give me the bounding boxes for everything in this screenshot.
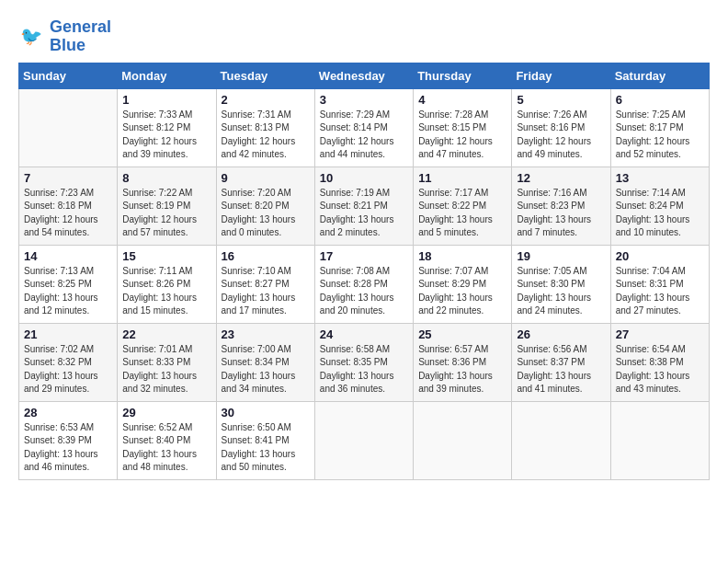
day-info: Sunrise: 7:00 AM Sunset: 8:34 PM Dayligh… bbox=[222, 343, 310, 396]
day-number: 8 bbox=[122, 171, 210, 185]
week-row-4: 21Sunrise: 7:02 AM Sunset: 8:32 PM Dayli… bbox=[19, 323, 710, 401]
calendar-cell: 21Sunrise: 7:02 AM Sunset: 8:32 PM Dayli… bbox=[19, 323, 118, 401]
calendar-cell: 30Sunrise: 6:50 AM Sunset: 8:41 PM Dayli… bbox=[216, 401, 314, 479]
calendar-cell: 6Sunrise: 7:25 AM Sunset: 8:17 PM Daylig… bbox=[610, 88, 709, 167]
col-header-wednesday: Wednesday bbox=[314, 63, 413, 88]
calendar-cell: 7Sunrise: 7:23 AM Sunset: 8:18 PM Daylig… bbox=[19, 167, 118, 245]
day-number: 4 bbox=[418, 93, 506, 107]
day-info: Sunrise: 7:19 AM Sunset: 8:21 PM Dayligh… bbox=[320, 187, 408, 240]
calendar-cell: 16Sunrise: 7:10 AM Sunset: 8:27 PM Dayli… bbox=[216, 245, 314, 323]
day-number: 7 bbox=[24, 171, 112, 185]
col-header-tuesday: Tuesday bbox=[216, 63, 314, 88]
day-info: Sunrise: 7:11 AM Sunset: 8:26 PM Dayligh… bbox=[122, 265, 210, 318]
col-header-sunday: Sunday bbox=[19, 63, 118, 88]
calendar-cell bbox=[512, 401, 610, 479]
week-row-5: 28Sunrise: 6:53 AM Sunset: 8:39 PM Dayli… bbox=[19, 401, 710, 479]
day-info: Sunrise: 7:07 AM Sunset: 8:29 PM Dayligh… bbox=[418, 265, 506, 318]
calendar-cell: 18Sunrise: 7:07 AM Sunset: 8:29 PM Dayli… bbox=[414, 245, 512, 323]
calendar-cell bbox=[414, 401, 512, 479]
day-number: 22 bbox=[122, 327, 210, 341]
day-number: 27 bbox=[616, 327, 704, 341]
day-info: Sunrise: 7:20 AM Sunset: 8:20 PM Dayligh… bbox=[222, 187, 310, 240]
calendar-table: SundayMondayTuesdayWednesdayThursdayFrid… bbox=[18, 63, 710, 480]
day-number: 28 bbox=[24, 406, 112, 419]
calendar-cell: 19Sunrise: 7:05 AM Sunset: 8:30 PM Dayli… bbox=[512, 245, 610, 323]
day-info: Sunrise: 7:04 AM Sunset: 8:31 PM Dayligh… bbox=[616, 265, 704, 318]
day-info: Sunrise: 7:33 AM Sunset: 8:12 PM Dayligh… bbox=[122, 109, 210, 162]
week-row-3: 14Sunrise: 7:13 AM Sunset: 8:25 PM Dayli… bbox=[19, 245, 710, 323]
day-info: Sunrise: 7:08 AM Sunset: 8:28 PM Dayligh… bbox=[320, 265, 408, 318]
col-header-thursday: Thursday bbox=[414, 63, 512, 88]
col-header-friday: Friday bbox=[512, 63, 610, 88]
day-info: Sunrise: 6:58 AM Sunset: 8:35 PM Dayligh… bbox=[320, 343, 408, 396]
logo-text: General Blue bbox=[50, 18, 111, 55]
week-row-2: 7Sunrise: 7:23 AM Sunset: 8:18 PM Daylig… bbox=[19, 167, 710, 245]
day-number: 23 bbox=[222, 327, 310, 341]
day-info: Sunrise: 6:57 AM Sunset: 8:36 PM Dayligh… bbox=[418, 343, 506, 396]
day-info: Sunrise: 6:56 AM Sunset: 8:37 PM Dayligh… bbox=[517, 343, 605, 396]
calendar-cell: 14Sunrise: 7:13 AM Sunset: 8:25 PM Dayli… bbox=[19, 245, 118, 323]
day-info: Sunrise: 7:14 AM Sunset: 8:24 PM Dayligh… bbox=[616, 187, 704, 240]
calendar-cell: 8Sunrise: 7:22 AM Sunset: 8:19 PM Daylig… bbox=[118, 167, 216, 245]
day-number: 20 bbox=[616, 249, 704, 263]
calendar-cell: 11Sunrise: 7:17 AM Sunset: 8:22 PM Dayli… bbox=[414, 167, 512, 245]
logo: 🐦 General Blue bbox=[18, 18, 111, 55]
day-number: 30 bbox=[222, 406, 310, 419]
svg-text:🐦: 🐦 bbox=[20, 25, 43, 47]
calendar-cell: 12Sunrise: 7:16 AM Sunset: 8:23 PM Dayli… bbox=[512, 167, 610, 245]
day-info: Sunrise: 7:31 AM Sunset: 8:13 PM Dayligh… bbox=[222, 109, 310, 162]
day-number: 18 bbox=[418, 249, 506, 263]
day-info: Sunrise: 7:28 AM Sunset: 8:15 PM Dayligh… bbox=[418, 109, 506, 162]
calendar-cell: 24Sunrise: 6:58 AM Sunset: 8:35 PM Dayli… bbox=[314, 323, 413, 401]
calendar-cell bbox=[314, 401, 413, 479]
day-info: Sunrise: 6:50 AM Sunset: 8:41 PM Dayligh… bbox=[222, 421, 310, 475]
calendar-cell: 5Sunrise: 7:26 AM Sunset: 8:16 PM Daylig… bbox=[512, 88, 610, 167]
calendar-cell: 20Sunrise: 7:04 AM Sunset: 8:31 PM Dayli… bbox=[610, 245, 709, 323]
calendar-cell: 2Sunrise: 7:31 AM Sunset: 8:13 PM Daylig… bbox=[216, 88, 314, 167]
week-row-1: 1Sunrise: 7:33 AM Sunset: 8:12 PM Daylig… bbox=[19, 88, 710, 167]
page-header: 🐦 General Blue bbox=[18, 18, 710, 55]
day-number: 5 bbox=[517, 93, 605, 107]
calendar-cell: 15Sunrise: 7:11 AM Sunset: 8:26 PM Dayli… bbox=[118, 245, 216, 323]
day-info: Sunrise: 7:10 AM Sunset: 8:27 PM Dayligh… bbox=[222, 265, 310, 318]
day-info: Sunrise: 6:52 AM Sunset: 8:40 PM Dayligh… bbox=[122, 421, 210, 475]
calendar-cell: 13Sunrise: 7:14 AM Sunset: 8:24 PM Dayli… bbox=[610, 167, 709, 245]
day-number: 15 bbox=[122, 249, 210, 263]
calendar-cell: 22Sunrise: 7:01 AM Sunset: 8:33 PM Dayli… bbox=[118, 323, 216, 401]
day-info: Sunrise: 7:26 AM Sunset: 8:16 PM Dayligh… bbox=[517, 109, 605, 162]
calendar-cell bbox=[19, 88, 118, 167]
calendar-cell bbox=[610, 401, 709, 479]
logo-icon: 🐦 bbox=[18, 23, 46, 51]
day-number: 17 bbox=[320, 249, 408, 263]
calendar-cell: 4Sunrise: 7:28 AM Sunset: 8:15 PM Daylig… bbox=[414, 88, 512, 167]
day-info: Sunrise: 7:17 AM Sunset: 8:22 PM Dayligh… bbox=[418, 187, 506, 240]
day-number: 21 bbox=[24, 327, 112, 341]
day-number: 25 bbox=[418, 327, 506, 341]
day-number: 1 bbox=[122, 93, 210, 107]
day-number: 3 bbox=[320, 93, 408, 107]
day-number: 6 bbox=[616, 93, 704, 107]
day-info: Sunrise: 7:13 AM Sunset: 8:25 PM Dayligh… bbox=[24, 265, 112, 318]
calendar-cell: 25Sunrise: 6:57 AM Sunset: 8:36 PM Dayli… bbox=[414, 323, 512, 401]
day-number: 29 bbox=[122, 406, 210, 419]
calendar-cell: 1Sunrise: 7:33 AM Sunset: 8:12 PM Daylig… bbox=[118, 88, 216, 167]
day-info: Sunrise: 7:29 AM Sunset: 8:14 PM Dayligh… bbox=[320, 109, 408, 162]
day-info: Sunrise: 7:23 AM Sunset: 8:18 PM Dayligh… bbox=[24, 187, 112, 240]
day-info: Sunrise: 7:05 AM Sunset: 8:30 PM Dayligh… bbox=[517, 265, 605, 318]
day-number: 14 bbox=[24, 249, 112, 263]
day-info: Sunrise: 6:54 AM Sunset: 8:38 PM Dayligh… bbox=[616, 343, 704, 396]
day-info: Sunrise: 7:16 AM Sunset: 8:23 PM Dayligh… bbox=[517, 187, 605, 240]
day-info: Sunrise: 7:01 AM Sunset: 8:33 PM Dayligh… bbox=[122, 343, 210, 396]
day-number: 11 bbox=[418, 171, 506, 185]
day-number: 13 bbox=[616, 171, 704, 185]
calendar-cell: 27Sunrise: 6:54 AM Sunset: 8:38 PM Dayli… bbox=[610, 323, 709, 401]
day-info: Sunrise: 6:53 AM Sunset: 8:39 PM Dayligh… bbox=[24, 421, 112, 475]
calendar-cell: 28Sunrise: 6:53 AM Sunset: 8:39 PM Dayli… bbox=[19, 401, 118, 479]
calendar-cell: 17Sunrise: 7:08 AM Sunset: 8:28 PM Dayli… bbox=[314, 245, 413, 323]
day-number: 19 bbox=[517, 249, 605, 263]
day-info: Sunrise: 7:22 AM Sunset: 8:19 PM Dayligh… bbox=[122, 187, 210, 240]
day-info: Sunrise: 7:25 AM Sunset: 8:17 PM Dayligh… bbox=[616, 109, 704, 162]
col-header-saturday: Saturday bbox=[610, 63, 709, 88]
calendar-cell: 29Sunrise: 6:52 AM Sunset: 8:40 PM Dayli… bbox=[118, 401, 216, 479]
day-info: Sunrise: 7:02 AM Sunset: 8:32 PM Dayligh… bbox=[24, 343, 112, 396]
